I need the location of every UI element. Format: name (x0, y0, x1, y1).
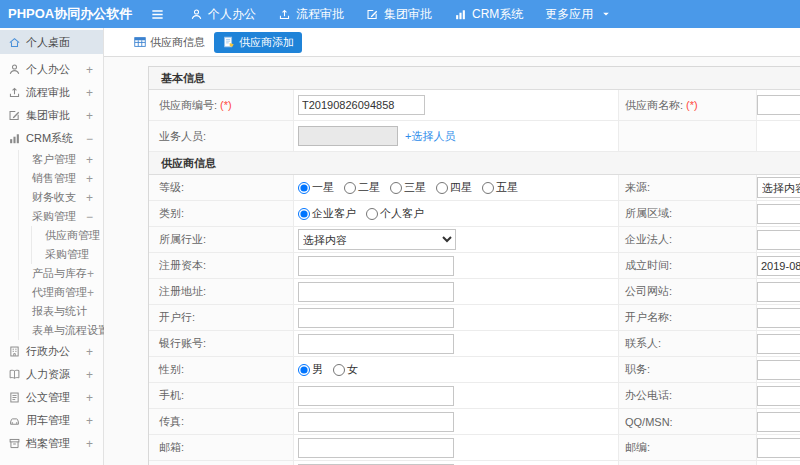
topnav-item-crm-system[interactable]: CRM系统 (443, 0, 534, 28)
sidebar-item-CRM系统[interactable]: CRM系统− (0, 127, 103, 150)
bank-input[interactable] (298, 308, 454, 328)
sidebar-item-财务收支[interactable]: 财务收支+ (19, 188, 103, 207)
sidebar-item-集团审批[interactable]: 集团审批+ (0, 104, 103, 127)
business-staff-input[interactable] (298, 126, 398, 146)
expand-toggle-icon[interactable]: + (86, 345, 103, 359)
legal-person-input[interactable] (757, 230, 800, 250)
category-radio-group-radio[interactable] (366, 208, 378, 220)
select-personnel-link[interactable]: +选择人员 (405, 129, 455, 144)
expand-toggle-icon[interactable]: − (86, 132, 103, 146)
expand-toggle-icon[interactable]: + (86, 191, 103, 205)
established-date-input[interactable] (757, 256, 800, 276)
sidebar-item-产品与库存[interactable]: 产品与库存+ (19, 264, 103, 283)
sidebar-item-个人办公[interactable]: 个人办公+ (0, 58, 103, 81)
radio-option-一星[interactable]: 一星 (298, 180, 334, 195)
hamburger-icon (150, 7, 165, 22)
expand-toggle-icon[interactable]: + (86, 414, 103, 428)
menu-toggle-button[interactable] (150, 7, 165, 22)
radio-option-三星[interactable]: 三星 (390, 180, 426, 195)
sidebar-item-供应商管理[interactable]: 供应商管理 (32, 226, 103, 245)
region-input[interactable] (757, 204, 800, 224)
sidebar-item-公文管理[interactable]: 公文管理+ (0, 386, 103, 409)
industry-select[interactable]: 选择内容 (298, 229, 456, 250)
sidebar-item-用车管理[interactable]: 用车管理+ (0, 409, 103, 432)
field-label-cell: 供应商编号:(*) (149, 90, 294, 121)
fax-input[interactable] (298, 412, 454, 432)
sidebar-item-客户管理[interactable]: 客户管理+ (19, 150, 103, 169)
tab-供应商添加[interactable]: 供应商添加 (214, 32, 302, 53)
tab-供应商信息[interactable]: 供应商信息 (133, 35, 205, 50)
gender-radio-group-radio[interactable] (333, 364, 345, 376)
field-label-cell: 办公电话: (619, 383, 757, 409)
topnav-item-more-apps[interactable]: 更多应用 (534, 0, 623, 28)
grade-radio-group-radio[interactable] (436, 182, 448, 194)
expand-toggle-icon[interactable]: + (86, 368, 103, 382)
radio-option-五星[interactable]: 五星 (482, 180, 518, 195)
sidebar-item-采购管理[interactable]: 采购管理− (19, 207, 103, 226)
sidebar-item-销售管理[interactable]: 销售管理+ (19, 169, 103, 188)
topnav-item-group-approval[interactable]: 集团审批 (355, 0, 443, 28)
sidebar-item-行政办公[interactable]: 行政办公+ (0, 340, 103, 363)
supplier-code-input[interactable] (298, 95, 425, 115)
sidebar-item-表单与流程设置[interactable]: 表单与流程设置+ (19, 321, 103, 340)
expand-toggle-icon[interactable]: + (86, 437, 103, 451)
app-logo: PHPOA协同办公软件 (0, 5, 104, 23)
radio-option-个人客户[interactable]: 个人客户 (366, 206, 424, 221)
account-name-input[interactable] (757, 308, 800, 328)
grade-radio-group-radio[interactable] (482, 182, 494, 194)
zip-input[interactable] (757, 438, 800, 458)
expand-toggle-icon[interactable]: + (86, 153, 103, 167)
gender-radio-group-radio[interactable] (298, 364, 310, 376)
bank-account-input[interactable] (298, 334, 454, 354)
source-select[interactable]: 选择内容 (757, 177, 800, 198)
sidebar-item-报表与统计[interactable]: 报表与统计 (19, 302, 103, 321)
sidebar-item-label: 人力资源 (26, 367, 70, 382)
grade-radio-group-radio[interactable] (390, 182, 402, 194)
topnav-item-process-approval[interactable]: 流程审批 (267, 0, 355, 28)
field-label: 供应商名称: (625, 98, 683, 113)
radio-option-女[interactable]: 女 (333, 362, 358, 377)
expand-toggle-icon[interactable]: + (86, 109, 103, 123)
sidebar-item-人力资源[interactable]: 人力资源+ (0, 363, 103, 386)
registered-capital-input[interactable] (298, 256, 454, 276)
position-input[interactable] (757, 360, 800, 380)
category-radio-group-radio[interactable] (298, 208, 310, 220)
radio-option-四星[interactable]: 四星 (436, 180, 472, 195)
supplier-name-input[interactable] (757, 95, 800, 115)
radio-option-男[interactable]: 男 (298, 362, 323, 377)
topbar: PHPOA协同办公软件 个人办公流程审批集团审批CRM系统更多应用 (0, 0, 800, 28)
grade-radio-group-radio[interactable] (344, 182, 356, 194)
grade-radio-group-radio[interactable] (298, 182, 310, 194)
section-header: 供应商信息 (149, 152, 800, 175)
expand-toggle-icon[interactable]: − (86, 210, 103, 224)
mobile-input[interactable] (298, 386, 454, 406)
field-label-cell: 所属行业: (149, 227, 294, 253)
field-label-cell (619, 121, 757, 152)
expand-toggle-icon[interactable]: + (87, 267, 104, 281)
sidebar-item-代理商管理[interactable]: 代理商管理+ (19, 283, 103, 302)
radio-option-企业客户[interactable]: 企业客户 (298, 206, 356, 221)
sidebar-item-流程审批[interactable]: 流程审批+ (0, 81, 103, 104)
field-value-cell (294, 409, 619, 435)
contact-input[interactable] (757, 334, 800, 354)
office-phone-input[interactable] (757, 386, 800, 406)
qq-msn-input[interactable] (757, 412, 800, 432)
expand-toggle-icon[interactable]: + (86, 391, 103, 405)
sidebar-item-个人桌面[interactable]: 个人桌面 (0, 30, 103, 54)
company-website-input[interactable] (757, 282, 800, 302)
registered-address-input[interactable] (298, 282, 454, 302)
top-navigation: 个人办公流程审批集团审批CRM系统更多应用 (179, 0, 623, 28)
expand-toggle-icon[interactable]: + (86, 172, 103, 186)
radio-option-二星[interactable]: 二星 (344, 180, 380, 195)
topnav-item-personal-office[interactable]: 个人办公 (179, 0, 267, 28)
field-value-cell (757, 305, 800, 331)
expand-toggle-icon[interactable]: + (86, 86, 103, 100)
expand-toggle-icon[interactable]: + (87, 286, 104, 300)
field-value-cell (757, 409, 800, 435)
email-input[interactable] (298, 438, 454, 458)
expand-toggle-icon[interactable]: + (86, 63, 103, 77)
sidebar-item-label: 公文管理 (26, 390, 70, 405)
field-value-cell: 男女 (294, 357, 619, 383)
sidebar-item-档案管理[interactable]: 档案管理+ (0, 432, 103, 455)
sidebar-item-采购管理[interactable]: 采购管理 (32, 245, 103, 264)
